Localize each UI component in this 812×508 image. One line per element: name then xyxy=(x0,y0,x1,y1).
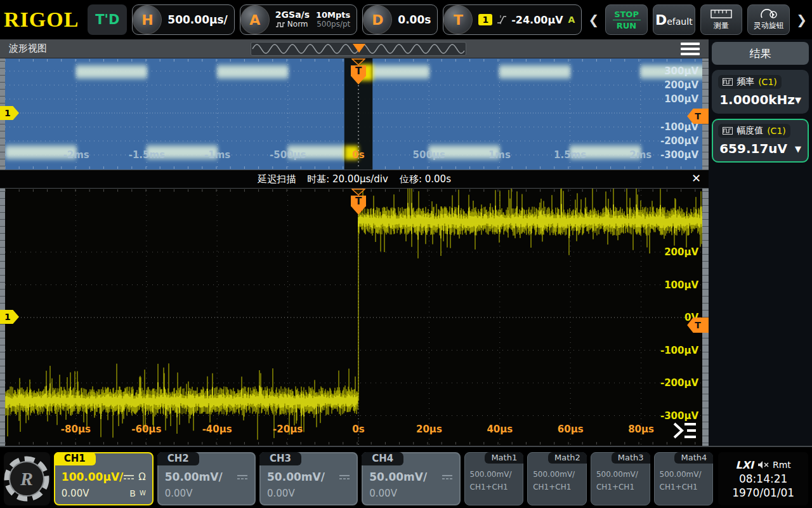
right-ruler xyxy=(702,189,709,446)
x-tick-label: 80μs xyxy=(628,424,654,435)
measure-label: 测量 xyxy=(714,20,729,31)
horizontal-knob[interactable]: H xyxy=(133,5,162,34)
channel3-tab[interactable]: CH3 xyxy=(259,452,301,465)
math2-expression: CH1+CH1 xyxy=(533,481,581,493)
y-tick-label: -300μV xyxy=(660,149,698,161)
x-tick-label: -40μs xyxy=(202,424,232,435)
math2-scale: 500.00mV/ xyxy=(533,468,581,481)
acquisition-knob[interactable]: A xyxy=(240,5,270,34)
x-tick-label: 1ms xyxy=(488,149,511,161)
impedance-label: Ω xyxy=(138,469,145,485)
delay-group[interactable]: D 0.00s xyxy=(362,4,438,35)
results-title: 结果 xyxy=(712,42,809,65)
measurement-channel: (C1) xyxy=(758,77,777,87)
x-tick-label: 1.5ms xyxy=(554,149,586,161)
trigger-position-triangle[interactable] xyxy=(351,58,365,65)
channel-status-bar: R CH1 100.00μV/ Ω 0.00V BW CH2 50.00mV/ … xyxy=(0,446,812,508)
channel2-tab[interactable]: CH2 xyxy=(157,452,199,465)
channel1-panel[interactable]: CH1 100.00μV/ Ω 0.00V BW xyxy=(54,452,154,505)
horizontal-group[interactable]: H 500.00μs/ xyxy=(132,4,234,35)
dc-coupling-icon xyxy=(442,474,453,480)
close-zoom-icon[interactable]: ✕ xyxy=(691,171,701,185)
remote-indicator: Rmt xyxy=(773,460,791,470)
y-tick-label: 300μV xyxy=(664,65,698,77)
expand-menu-icon[interactable] xyxy=(671,420,698,441)
rigol-gear-logo[interactable]: R xyxy=(4,452,50,505)
x-tick-label: 60μs xyxy=(558,424,584,435)
delayed-sweep-timebase: 时基: 20.00μs/div xyxy=(307,173,388,185)
math2-tab[interactable]: Math2 xyxy=(548,452,587,464)
x-tick-label: 2ms xyxy=(629,149,652,161)
stop-run-button[interactable]: STOP RUN xyxy=(605,4,648,35)
x-tick-label: -1ms xyxy=(204,149,230,161)
y-tick-label: -200μV xyxy=(660,377,698,389)
main-waveform-plot[interactable]: T 1 T -2ms-1.5ms-1ms-500μs0s500μs1ms1.5m… xyxy=(0,58,709,170)
delayed-sweep-bar: 延迟扫描 时基: 20.00μs/div 位移: 0.00s ✕ xyxy=(0,170,709,189)
math3-tab[interactable]: Math3 xyxy=(612,452,650,464)
x-tick-label: 0s xyxy=(352,149,364,161)
toolbar-scroll-right[interactable]: ❯ xyxy=(795,12,808,27)
math1-panel[interactable]: Math1 500.00mV/ CH1+CH1 xyxy=(464,452,524,505)
math3-scale: 500.00mV/ xyxy=(596,468,645,481)
acquisition-group[interactable]: A 2GSa/s Norm 10Mpts 500ps/pt xyxy=(240,4,358,35)
channel3-offset: 0.00V xyxy=(267,485,295,502)
channel1-tab[interactable]: CH1 xyxy=(54,452,96,465)
channel3-scale: 50.00mV/ xyxy=(267,469,325,485)
display-area: 波形视图 T 1 T -2ms-1.5ms-1ms-500μs0s500μs1m… xyxy=(0,39,709,446)
math4-panel[interactable]: Math4 500.00mV/ CH1+CH1 xyxy=(654,452,714,505)
measurement-name: 频率 xyxy=(737,76,754,88)
trigger-knob[interactable]: T xyxy=(443,5,473,34)
run-label: RUN xyxy=(617,21,636,30)
channel2-panel[interactable]: CH2 50.00mV/ 0.00V xyxy=(157,452,256,505)
zoom-waveform-plot[interactable]: T 1 T -80μs-60μs-40μs-20μs0s20μs40μs60μs… xyxy=(0,189,709,446)
memory-depth: 10Mpts xyxy=(316,10,350,20)
math4-scale: 500.00mV/ xyxy=(660,468,708,481)
trigger-sweep-mode: A xyxy=(568,15,575,25)
toolbar-scroll-left[interactable]: ❮ xyxy=(587,12,600,27)
channel4-scale: 50.00mV/ xyxy=(369,469,427,485)
channel1-offset: 0.00V xyxy=(62,485,89,502)
default-button[interactable]: Default xyxy=(653,4,695,35)
channel4-tab[interactable]: CH4 xyxy=(362,452,403,465)
top-status-bar: RIGOL T'D H 500.00μs/ A 2GSa/s Norm 10Mp… xyxy=(0,0,812,39)
math1-expression: CH1+CH1 xyxy=(470,481,518,493)
x-tick-label: 20μs xyxy=(416,424,442,435)
rigol-logo: RIGOL xyxy=(4,8,79,32)
math1-tab[interactable]: Math1 xyxy=(485,452,523,464)
delay-knob[interactable]: D xyxy=(363,5,392,34)
math1-scale: 500.00mV/ xyxy=(470,468,518,481)
measurement-card-frequency[interactable]: 频率(C1) 1.0000kHz ▼ xyxy=(712,70,809,114)
caret-down-icon[interactable]: ▼ xyxy=(795,144,801,154)
math3-expression: CH1+CH1 xyxy=(596,481,645,493)
math4-tab[interactable]: Math4 xyxy=(674,452,713,464)
system-time: 08:14:21 xyxy=(739,472,787,485)
trigger-status-indicator[interactable]: T'D xyxy=(88,4,127,35)
waveform-view-title: 波形视图 xyxy=(0,43,47,55)
dc-coupling-icon xyxy=(237,474,248,480)
math2-panel[interactable]: Math2 500.00mV/ CH1+CH1 xyxy=(527,452,587,505)
quick-knob-button[interactable]: 灵动旋钮 xyxy=(747,4,790,35)
bandwidth-limit-label: BW xyxy=(129,485,146,502)
x-tick-label: -60μs xyxy=(131,424,161,435)
measure-button[interactable]: 测量 xyxy=(700,4,743,35)
y-tick-label: 100μV xyxy=(664,93,698,105)
channel4-offset: 0.00V xyxy=(369,485,397,502)
caret-down-icon[interactable]: ▼ xyxy=(795,95,801,105)
y-tick-label: 200μV xyxy=(664,246,698,258)
speaker-mute-icon xyxy=(757,460,769,469)
measurement-card-amplitude[interactable]: 幅度值(C1) 659.17uV ▼ xyxy=(712,119,809,163)
lxi-logo: LXI xyxy=(735,459,753,471)
trigger-group[interactable]: T 1 -24.00μV A xyxy=(443,4,582,35)
horizontal-overview-strip[interactable] xyxy=(251,42,466,56)
channel2-scale: 50.00mV/ xyxy=(165,469,223,485)
x-tick-label: 500μs xyxy=(413,149,445,161)
y-tick-label: -100μV xyxy=(660,345,698,356)
trigger-level: -24.00μV xyxy=(511,14,563,26)
channel4-panel[interactable]: CH4 50.00mV/ 0.00V xyxy=(362,452,460,505)
system-status-panel[interactable]: LXI Rmt 08:14:21 1970/01/01 xyxy=(718,452,808,505)
math3-panel[interactable]: Math3 500.00mV/ CH1+CH1 xyxy=(591,452,650,505)
menu-icon[interactable] xyxy=(681,43,700,55)
trigger-position-triangle[interactable] xyxy=(351,189,365,196)
channel3-panel[interactable]: CH3 50.00mV/ 0.00V xyxy=(259,452,358,505)
acq-mode-icon xyxy=(275,22,285,28)
